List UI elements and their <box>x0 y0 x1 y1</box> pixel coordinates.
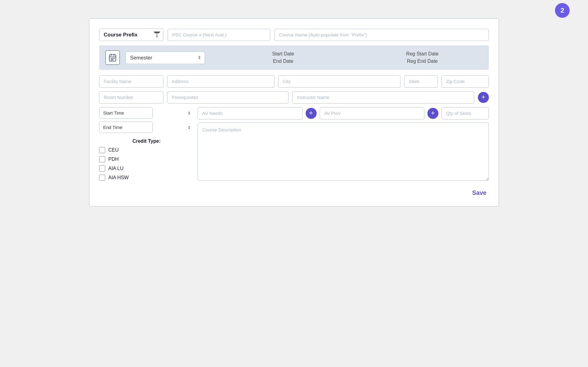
pdh-checkbox[interactable] <box>99 156 105 162</box>
credit-type-section: Credit Type: CEU PDH AIA LU <box>99 138 194 184</box>
course-description-textarea[interactable] <box>198 123 489 181</box>
state-input[interactable] <box>404 75 438 88</box>
notification-badge: 2 <box>555 3 570 18</box>
credit-type-label: Credit Type: <box>99 138 194 144</box>
aia-lu-label: AIA LU <box>108 166 124 171</box>
right-column: + + <box>198 107 489 181</box>
course-name-input[interactable] <box>274 29 489 41</box>
ceu-label: CEU <box>108 147 119 153</box>
add-instructor-button[interactable]: + <box>478 92 489 103</box>
av-prov-input[interactable] <box>320 107 425 119</box>
save-button[interactable]: Save <box>470 188 489 198</box>
av-needs-input[interactable] <box>198 107 303 119</box>
checkbox-ceu: CEU <box>99 147 194 153</box>
form-container: Course Prefix <box>89 18 499 206</box>
row-facility <box>99 75 489 88</box>
semester-select-wrapper: Semester <box>125 51 205 64</box>
course-prefix-wrapper: Course Prefix <box>99 28 163 41</box>
psc-course-input[interactable] <box>168 29 270 41</box>
date-labels: Start Date Reg Start Date End Date Reg E… <box>223 51 483 64</box>
aia-hsw-checkbox[interactable] <box>99 175 105 181</box>
reg-start-date-label: Reg Start Date <box>362 51 483 57</box>
semester-select[interactable]: Semester <box>125 51 205 64</box>
checkbox-aia-hsw: AIA HSW <box>99 175 194 181</box>
qty-of-seats-input[interactable] <box>441 107 489 119</box>
start-time-wrapper: Start Time <box>99 107 194 119</box>
add-av-needs-button[interactable]: + <box>306 108 317 119</box>
checkbox-pdh: PDH <box>99 156 194 162</box>
end-time-wrapper: End Time <box>99 122 194 133</box>
row-room: + <box>99 91 489 104</box>
ceu-checkbox[interactable] <box>99 147 105 153</box>
semester-row: Semester Start Date Reg Start Date End D… <box>99 45 489 70</box>
calendar-icon <box>105 50 120 65</box>
pdh-label: PDH <box>108 157 119 162</box>
av-row: + + <box>198 107 489 119</box>
svg-rect-4 <box>111 58 112 59</box>
lower-row: Start Time End Time Credit Type: CEU <box>99 107 489 184</box>
aia-lu-checkbox[interactable] <box>99 165 105 172</box>
row-course-header: Course Prefix <box>99 28 489 41</box>
reg-end-date-label: Reg End Date <box>362 59 483 64</box>
svg-rect-5 <box>112 58 114 59</box>
left-column: Start Time End Time Credit Type: CEU <box>99 107 194 184</box>
start-date-label: Start Date <box>223 51 344 57</box>
save-row: Save <box>99 188 489 198</box>
zip-input[interactable] <box>441 75 489 88</box>
page-wrapper: 2 Course Prefix <box>12 18 576 206</box>
aia-hsw-label: AIA HSW <box>108 175 129 180</box>
svg-rect-7 <box>111 59 112 61</box>
room-number-input[interactable] <box>99 91 163 104</box>
course-prefix-select[interactable]: Course Prefix <box>99 28 163 41</box>
end-time-select[interactable]: End Time <box>99 122 153 133</box>
checkbox-aia-lu: AIA LU <box>99 165 194 172</box>
city-input[interactable] <box>278 75 400 88</box>
svg-rect-6 <box>114 58 115 59</box>
instructor-name-input[interactable] <box>292 91 474 104</box>
svg-rect-8 <box>112 59 114 61</box>
start-time-select[interactable]: Start Time <box>99 107 153 119</box>
add-av-prov-button[interactable]: + <box>427 108 438 119</box>
address-input[interactable] <box>167 75 274 88</box>
end-date-label: End Date <box>223 59 344 64</box>
prerequisites-input[interactable] <box>167 91 288 104</box>
facility-name-input[interactable] <box>99 75 163 88</box>
